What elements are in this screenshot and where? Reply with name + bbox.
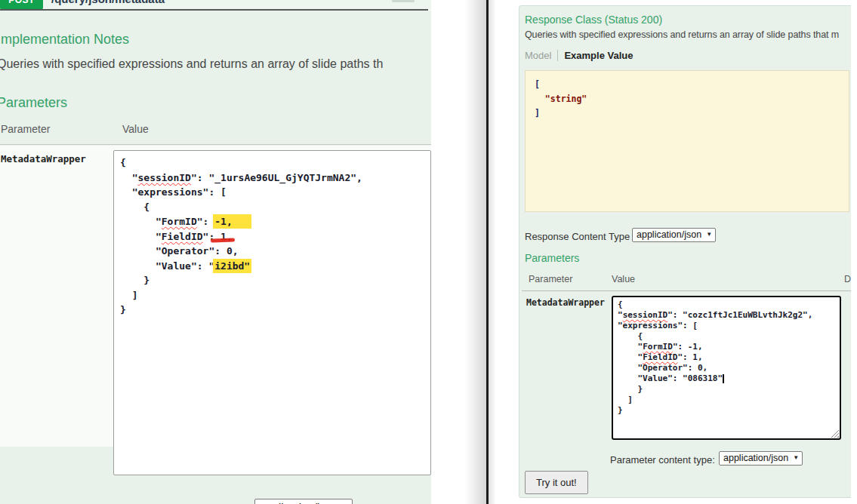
- try-it-out-button[interactable]: Try it out!: [525, 471, 588, 494]
- column-header-parameter: Parameter: [1, 123, 50, 135]
- chevron-down-icon: ▼: [706, 232, 712, 238]
- request-body-editor-focused[interactable]: {"sessionID": "cozc1ftJc1EuWBLvthJk2g2",…: [612, 296, 841, 440]
- window-edge-margin: [851, 0, 857, 504]
- tab-example-value[interactable]: Example Value: [558, 50, 633, 61]
- parameters-heading: Parameters: [0, 95, 67, 111]
- parameter-content-type-label-right: Parameter content type:: [610, 454, 715, 466]
- response-tabs: ModelExample Value: [525, 50, 633, 61]
- column-header-parameter-right: Parameter: [529, 274, 572, 284]
- table-header-divider: [0, 144, 431, 145]
- endpoint-path[interactable]: /query/json/metadata: [51, 0, 165, 6]
- implementation-notes-title: Implementation Notes: [0, 32, 129, 48]
- implementation-notes-text: Queries with specified expressions and r…: [0, 57, 432, 71]
- parameters-heading-right: Parameters: [525, 252, 579, 264]
- column-header-value-right: Value: [612, 274, 635, 284]
- parameter-content-type-select[interactable]: application/json ▼: [254, 499, 353, 504]
- parameter-content-type-select-right[interactable]: application/json ▼: [719, 451, 803, 466]
- response-class-text: Queries with specified expressions and r…: [525, 29, 854, 40]
- parameter-name-right: MetadataWrapper: [526, 297, 605, 308]
- truncated-link-fragment: [392, 0, 415, 2]
- selected-content-type: application/json: [260, 501, 338, 504]
- window-shadow: [465, 0, 486, 504]
- response-content-type-select[interactable]: application/json ▼: [632, 228, 716, 242]
- column-header-value: Value: [122, 123, 149, 135]
- window-shadow-right: [489, 0, 496, 504]
- response-class-title: Response Class (Status 200): [525, 14, 662, 26]
- request-body-editor[interactable]: { "sessionID": "_1ursAe96UL_GjYQTJrmNA2"…: [113, 150, 431, 475]
- selected-content-type-right: application/json: [723, 453, 788, 463]
- screenshot-root: { "colors": { "accent_green": "#34a268",…: [0, 0, 857, 504]
- tab-model[interactable]: Model: [525, 50, 558, 61]
- parameter-name: MetadataWrapper: [1, 153, 86, 164]
- selected-response-content-type: application/json: [637, 229, 701, 240]
- response-content-type-label: Response Content Type: [525, 231, 630, 242]
- table-header-divider-right: [522, 290, 854, 291]
- operation-content-panel: Implementation Notes Queries with specif…: [0, 11, 431, 504]
- chevron-down-icon: ▼: [793, 455, 799, 461]
- example-value-block: [ "string"]: [525, 70, 849, 212]
